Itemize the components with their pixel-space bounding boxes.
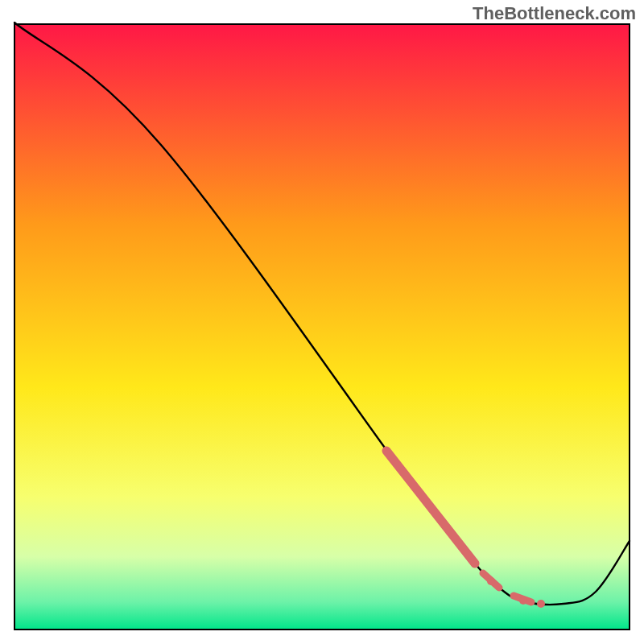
bottleneck-chart: TheBottleneck.com bbox=[0, 0, 644, 644]
highlight-dot bbox=[519, 597, 527, 605]
watermark-text: TheBottleneck.com bbox=[473, 3, 636, 24]
highlight-dot bbox=[487, 577, 495, 585]
chart-svg bbox=[0, 0, 644, 644]
plot-background bbox=[14, 24, 630, 630]
highlight-dot bbox=[537, 600, 545, 608]
